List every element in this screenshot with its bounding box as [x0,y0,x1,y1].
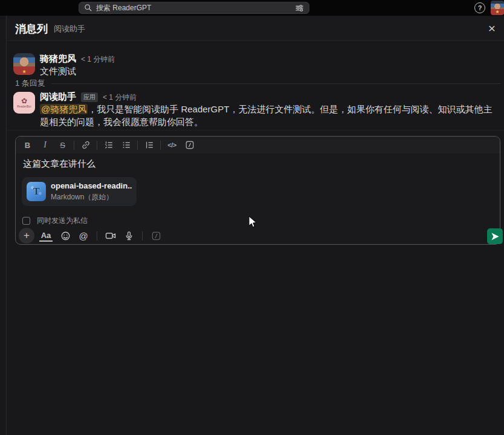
user-avatar-image: ★ [491,1,504,15]
slash-shortcut-icon [151,231,161,241]
send-dm-checkbox[interactable] [22,217,30,225]
search-filters-icon[interactable] [295,4,304,13]
markdown-file-icon: T [27,182,46,201]
shortcuts-button[interactable] [148,228,164,243]
video-clip-button[interactable] [103,228,118,243]
send-button[interactable] [487,228,503,244]
toolbar-separator [74,141,74,150]
reply-message: 阅读助手 应用 < 1 分钟前 @骑猪兜风，我只是智能阅读助手 ReaderGP… [40,91,500,128]
bold-button[interactable]: B [19,138,36,152]
topbar: 搜索 ReaderGPT ? ★ [0,0,504,16]
file-meta: openai-based-readin... Markdown（原始） [51,181,132,202]
bot-avatar[interactable]: ✿ ReaderBot [13,92,35,114]
reply-timestamp[interactable]: < 1 分钟前 [103,92,137,103]
root-message-text: 文件测试 [40,65,487,77]
send-dm-label: 同时发送为私信 [37,216,88,226]
link-icon [81,140,91,150]
video-camera-icon [105,230,116,241]
emoji-icon [60,231,71,241]
avatar-star-decoration: ★ [495,10,499,14]
app-window: 搜索 ReaderGPT ? ★ 消息列 阅读助手 × ★ 骑猪兜风 [0,0,504,435]
composer-input[interactable]: 这篇文章在讲什么 [23,158,95,170]
root-message-header: 骑猪兜风 < 1 分钟前 [40,53,487,65]
toolbar-separator [137,141,138,150]
code-block-button[interactable] [181,138,198,152]
bot-avatar-label: ReaderBot [17,105,31,108]
root-timestamp[interactable]: < 1 分钟前 [81,54,115,65]
bulleted-list-button[interactable] [118,138,134,152]
file-name: openai-based-readin... [51,181,132,190]
reply-message-header: 阅读助手 应用 < 1 分钟前 [40,91,500,103]
reply-author-name[interactable]: 阅读助手 [40,91,76,103]
reply-count-rule [51,83,500,84]
send-icon [491,232,500,241]
close-icon[interactable]: × [485,22,499,36]
app-badge: 应用 [81,92,98,102]
bulleted-list-icon [121,140,131,150]
reply-body-text: ，我只是智能阅读助手 ReaderGPT，无法进行文件测试。但是，如果你有任何与… [40,104,492,127]
bot-brain-icon: ✿ [21,97,27,105]
blockquote-icon [144,140,154,150]
help-icon: ? [478,4,482,11]
blockquote-button[interactable] [141,138,157,152]
avatar-star-decoration: ★ [22,69,26,74]
help-button[interactable]: ? [474,2,485,13]
text-format-toggle[interactable]: Aa [39,230,53,242]
search-query: 搜索 ReaderGPT [96,3,291,13]
user-mention[interactable]: @骑猪兜风 [40,104,88,114]
panel-left-border [6,16,7,435]
audio-clip-button[interactable] [121,228,137,243]
file-type: Markdown（原始） [51,192,132,202]
root-message-avatar[interactable]: ★ [13,53,35,75]
action-separator [142,231,143,240]
attach-plus-button[interactable]: + [19,228,34,243]
strikethrough-button[interactable]: S [54,138,71,152]
reply-count-divider: 1 条回复 [15,78,500,89]
search-icon [84,4,92,12]
message-composer[interactable]: B I S [15,136,500,245]
root-message: 骑猪兜风 < 1 分钟前 文件测试 [40,53,487,77]
reply-message-text: @骑猪兜风，我只是智能阅读助手 ReaderGPT，无法进行文件测试。但是，如果… [40,103,500,128]
toolbar-separator [160,141,161,150]
ordered-list-icon [104,140,114,150]
send-dm-option[interactable]: 同时发送为私信 [22,216,88,226]
link-button[interactable] [77,138,94,152]
action-separator [97,231,97,240]
root-author-name[interactable]: 骑猪兜风 [40,53,76,65]
ordered-list-button[interactable] [100,138,117,152]
toolbar-separator [97,141,97,150]
mention-button[interactable]: @ [76,228,91,243]
microphone-icon [124,231,134,241]
file-attachment[interactable]: T openai-based-readin... Markdown（原始） [22,177,137,206]
inline-code-button[interactable]: </> [164,138,180,152]
panel-title: 消息列 [15,22,48,36]
thread-panel-header: 消息列 阅读助手 × [7,17,504,41]
message-divider [7,130,504,130]
reply-count-label: 1 条回复 [15,78,45,89]
formatting-toolbar: B I S [16,137,500,153]
user-avatar[interactable]: ★ [491,1,504,15]
italic-button[interactable]: I [37,138,53,152]
panel-subtitle: 阅读助手 [54,24,85,34]
emoji-button[interactable] [57,228,73,243]
search-bar[interactable]: 搜索 ReaderGPT [79,2,309,14]
composer-action-bar: + Aa @ [19,228,164,243]
root-avatar-image: ★ [13,53,35,75]
code-block-icon [185,140,195,150]
